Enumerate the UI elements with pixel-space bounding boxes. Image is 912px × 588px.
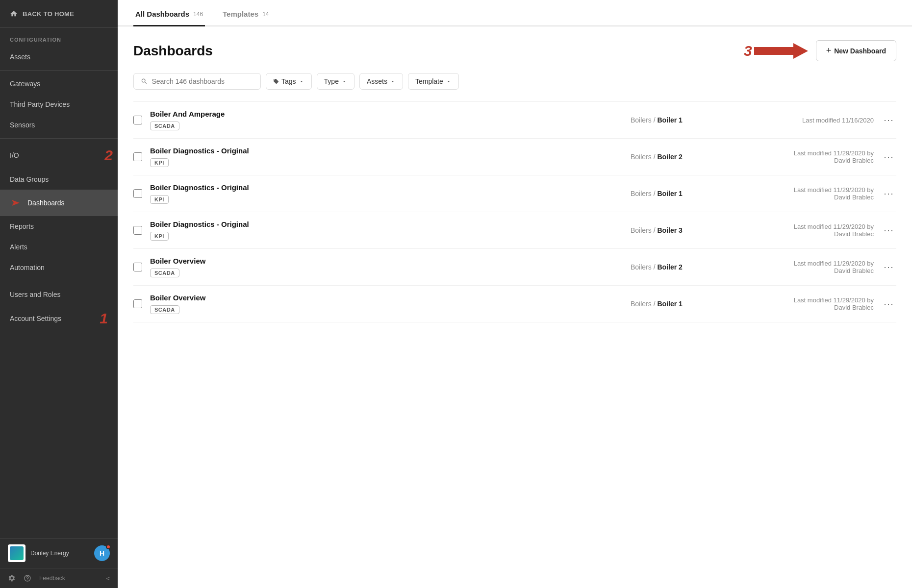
sidebar-item-io[interactable]: I/O 2 xyxy=(0,142,118,169)
users-roles-label: Users and Roles xyxy=(10,291,61,298)
home-icon xyxy=(10,10,18,18)
row-checkbox-5[interactable] xyxy=(133,299,142,308)
annotation-arrow-3 xyxy=(754,42,808,60)
row-title-4: Boiler Overview xyxy=(150,257,623,265)
row-checkbox-0[interactable] xyxy=(133,116,142,124)
assets-filter-label: Assets xyxy=(367,77,387,85)
tab-templates[interactable]: Templates 14 xyxy=(221,1,271,26)
tags-chevron-icon xyxy=(299,78,304,84)
alerts-label: Alerts xyxy=(10,243,27,251)
filters-row: Tags Type Assets Template xyxy=(133,73,896,90)
data-groups-label: Data Groups xyxy=(10,175,49,183)
table-row: Boiler Overview SCADA Boilers / Boiler 2… xyxy=(133,249,896,286)
row-location-4: Boilers / Boiler 2 xyxy=(631,263,738,271)
search-box[interactable] xyxy=(133,73,261,90)
row-title-3: Boiler Diagnostics - Original xyxy=(150,220,623,228)
sidebar-collapse-button[interactable]: < xyxy=(106,575,110,582)
row-checkbox-4[interactable] xyxy=(133,263,142,271)
row-tag-0: SCADA xyxy=(150,122,179,130)
sidebar-item-alerts[interactable]: Alerts xyxy=(0,237,118,257)
template-filter-button[interactable]: Template xyxy=(408,73,459,90)
tag-icon xyxy=(273,78,279,84)
new-dashboard-button[interactable]: + New Dashboard xyxy=(816,40,896,61)
row-checkbox-1[interactable] xyxy=(133,152,142,161)
row-info-1: Boiler Diagnostics - Original KPI xyxy=(150,147,623,167)
back-to-home[interactable]: BACK TO HOME xyxy=(0,0,118,28)
account-settings-label: Account Settings xyxy=(10,315,61,322)
assets-filter-button[interactable]: Assets xyxy=(359,73,403,90)
tab-templates-label: Templates xyxy=(223,10,258,18)
row-checkbox-2[interactable] xyxy=(133,189,142,198)
row-tag-5: SCADA xyxy=(150,305,179,314)
sidebar-item-dashboards[interactable]: Dashboards xyxy=(0,190,118,216)
row-info-4: Boiler Overview SCADA xyxy=(150,257,623,277)
new-dashboard-icon: + xyxy=(826,46,832,56)
row-meta-5: Last modified 11/29/2020 byDavid Brablec xyxy=(746,296,874,311)
sidebar-footer: Donley Energy H Feedback < xyxy=(0,538,118,588)
row-info-5: Boiler Overview SCADA xyxy=(150,294,623,314)
table-row: Boiler Overview SCADA Boilers / Boiler 1… xyxy=(133,286,896,322)
tab-all-dashboards[interactable]: All Dashboards 146 xyxy=(133,1,205,26)
row-actions-menu-5[interactable]: ··· xyxy=(882,299,896,309)
row-actions-menu-1[interactable]: ··· xyxy=(882,152,896,162)
table-row: Boiler And Amperage SCADA Boilers / Boil… xyxy=(133,101,896,139)
row-title-0: Boiler And Amperage xyxy=(150,110,623,118)
annotation-2: 2 xyxy=(104,148,113,163)
gateways-label: Gateways xyxy=(10,80,40,88)
feedback-label[interactable]: Feedback xyxy=(39,575,65,582)
assets-chevron-icon xyxy=(390,78,396,84)
sidebar: BACK TO HOME CONFIGURATION Assets Gatewa… xyxy=(0,0,118,588)
company-account-row[interactable]: Donley Energy H xyxy=(0,539,118,568)
row-actions-menu-4[interactable]: ··· xyxy=(882,262,896,272)
page-title: Dashboards xyxy=(133,43,213,59)
row-checkbox-3[interactable] xyxy=(133,226,142,235)
type-chevron-icon xyxy=(341,78,347,84)
tab-all-dashboards-count: 146 xyxy=(193,11,203,18)
row-actions-menu-0[interactable]: ··· xyxy=(882,115,896,125)
table-row: Boiler Diagnostics - Original KPI Boiler… xyxy=(133,212,896,249)
sidebar-item-users-roles[interactable]: Users and Roles xyxy=(0,284,118,305)
row-info-3: Boiler Diagnostics - Original KPI xyxy=(150,220,623,241)
row-meta-2: Last modified 11/29/2020 byDavid Brablec xyxy=(746,186,874,201)
sidebar-item-automation[interactable]: Automation xyxy=(0,257,118,278)
table-row: Boiler Diagnostics - Original KPI Boiler… xyxy=(133,139,896,175)
sidebar-item-assets[interactable]: Assets xyxy=(0,47,118,67)
row-meta-0: Last modified 11/16/2020 xyxy=(746,117,874,124)
help-icon-btn[interactable] xyxy=(24,574,31,582)
sidebar-item-gateways[interactable]: Gateways xyxy=(0,74,118,94)
tags-filter-button[interactable]: Tags xyxy=(266,73,312,90)
annotation-3: 3 xyxy=(744,44,752,58)
type-filter-button[interactable]: Type xyxy=(317,73,355,90)
row-actions-menu-3[interactable]: ··· xyxy=(882,225,896,236)
main-content: All Dashboards 146 Templates 14 Dashboar… xyxy=(118,0,912,588)
sidebar-item-data-groups[interactable]: Data Groups xyxy=(0,169,118,190)
settings-icon-btn[interactable] xyxy=(8,574,16,582)
back-to-home-label: BACK TO HOME xyxy=(23,10,74,18)
tab-templates-count: 14 xyxy=(262,11,269,18)
annotation-arrow-2 xyxy=(10,196,24,210)
svg-marker-0 xyxy=(12,200,20,206)
sidebar-item-sensors[interactable]: Sensors xyxy=(0,115,118,135)
row-location-1: Boilers / Boiler 2 xyxy=(631,153,738,161)
search-input[interactable] xyxy=(152,77,253,85)
row-tag-4: SCADA xyxy=(150,269,179,277)
content-header: Dashboards 3 + New Dashboard xyxy=(133,40,896,61)
config-section-label: CONFIGURATION xyxy=(0,28,118,47)
row-info-0: Boiler And Amperage SCADA xyxy=(150,110,623,130)
automation-label: Automation xyxy=(10,264,45,271)
third-party-devices-label: Third Party Devices xyxy=(10,100,70,108)
row-meta-3: Last modified 11/29/2020 byDavid Brablec xyxy=(746,223,874,238)
sidebar-item-third-party-devices[interactable]: Third Party Devices xyxy=(0,94,118,115)
tab-all-dashboards-label: All Dashboards xyxy=(135,10,189,18)
row-title-1: Boiler Diagnostics - Original xyxy=(150,147,623,155)
sidebar-item-reports[interactable]: Reports xyxy=(0,216,118,237)
svg-marker-1 xyxy=(754,43,808,59)
new-dashboard-label: New Dashboard xyxy=(834,47,886,55)
search-icon xyxy=(141,77,148,85)
row-actions-menu-2[interactable]: ··· xyxy=(882,189,896,199)
row-info-2: Boiler Diagnostics - Original KPI xyxy=(150,183,623,204)
dashboards-label: Dashboards xyxy=(27,199,65,207)
sidebar-item-account-settings[interactable]: Account Settings 1 xyxy=(0,305,118,332)
row-meta-1: Last modified 11/29/2020 byDavid Brablec xyxy=(746,149,874,164)
row-tag-2: KPI xyxy=(150,195,169,204)
